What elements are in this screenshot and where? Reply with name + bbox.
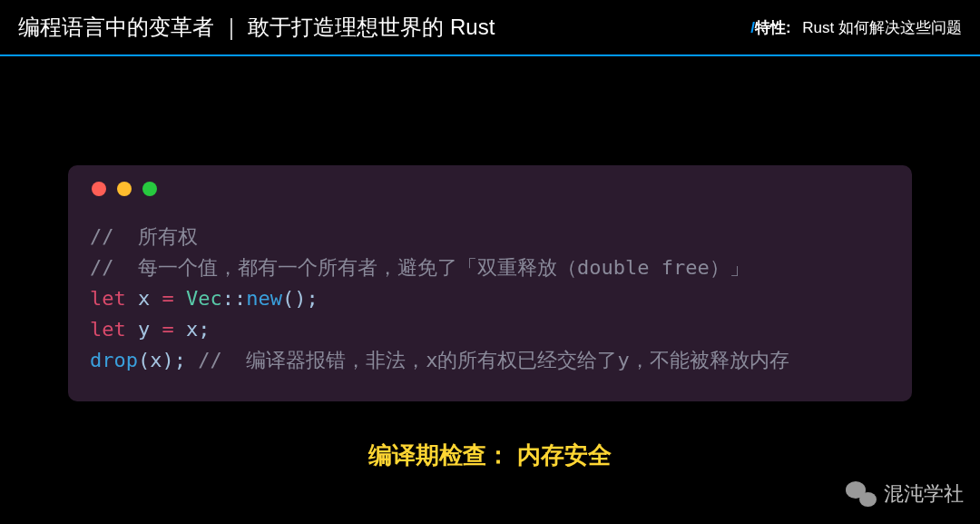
code-punct: ();	[282, 287, 318, 310]
code-comment: // 每一个值，都有一个所有者，避免了「双重释放（double free）」	[90, 256, 750, 279]
code-variable: x	[150, 349, 162, 371]
slide-title: 编程语言中的变革者 ｜ 敢于打造理想世界的 Rust	[18, 13, 495, 42]
feature-label: 特性:	[755, 19, 791, 36]
code-variable: y	[138, 318, 150, 341]
watermark-text: 混沌学社	[884, 480, 964, 508]
code-keyword: let	[90, 287, 126, 310]
code-function: new	[246, 287, 282, 310]
maximize-icon	[142, 182, 157, 196]
code-window: // 所有权 // 每一个值，都有一个所有者，避免了「双重释放（double f…	[68, 165, 912, 401]
watermark: 混沌学社	[846, 480, 964, 508]
code-type: Vec	[186, 287, 222, 310]
code-variable: x	[186, 318, 198, 341]
slide-caption: 编译期检查： 内存安全	[0, 440, 980, 471]
code-keyword: let	[90, 318, 126, 341]
code-block: // 所有权 // 每一个值，都有一个所有者，避免了「双重释放（double f…	[90, 222, 890, 376]
code-comment: // 编译器报错，非法，x的所有权已经交给了y，不能被释放内存	[198, 349, 789, 371]
wechat-icon	[846, 481, 877, 507]
code-operator: =	[162, 287, 174, 310]
slide-header: 编程语言中的变革者 ｜ 敢于打造理想世界的 Rust /特性: Rust 如何解…	[0, 0, 980, 56]
slide-subtitle: /特性: Rust 如何解决这些问题	[750, 17, 962, 38]
window-traffic-lights	[90, 182, 890, 196]
code-comment: // 所有权	[90, 225, 198, 248]
minimize-icon	[117, 182, 132, 196]
code-operator: =	[162, 318, 174, 341]
code-punct: ;	[198, 318, 210, 341]
feature-description: Rust 如何解决这些问题	[802, 19, 962, 36]
code-function: drop	[90, 349, 138, 371]
code-punct: );	[162, 349, 186, 371]
code-punct: (	[138, 349, 150, 371]
code-punct: ::	[222, 287, 247, 310]
code-variable: x	[138, 287, 150, 310]
close-icon	[92, 182, 106, 196]
